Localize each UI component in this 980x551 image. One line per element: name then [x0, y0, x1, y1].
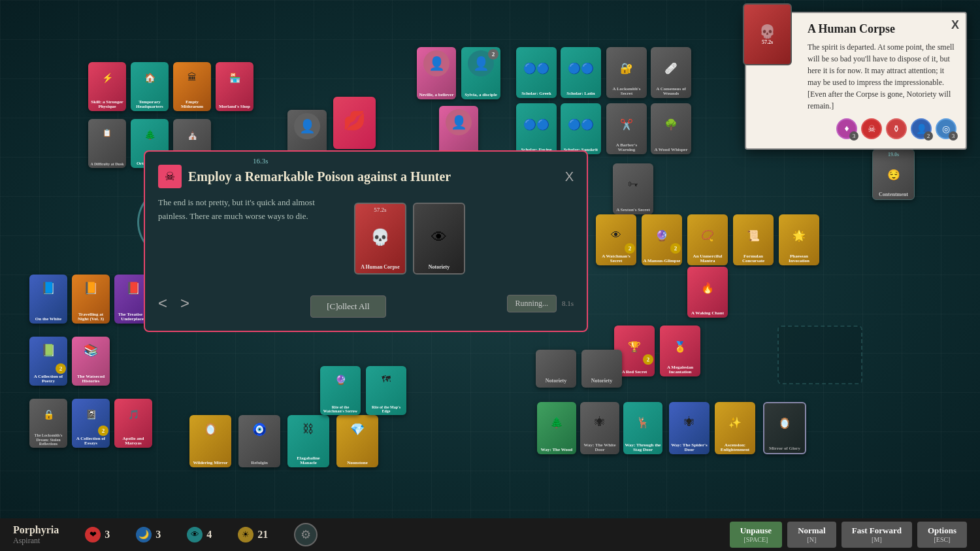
- tooltip-panel: 💀 57.2s X A Human Corpse The spirit is d…: [745, 12, 967, 150]
- card-sextons[interactable]: 🗝 A Sexton's Secret: [613, 163, 653, 214]
- card-ascension-label: Ascension: Enlightenment: [715, 443, 755, 453]
- card-sylvia-badge: 2: [488, 49, 498, 59]
- stat-funds-icon: ☀: [238, 527, 253, 543]
- modal-prev-button[interactable]: <: [158, 294, 167, 312]
- card-collection-poetry[interactable]: 📗 A Collection of Poetry 2: [29, 337, 67, 386]
- card-travelling[interactable]: 📙 Travelling at Night (Vol. 3): [72, 275, 110, 324]
- card-way-white[interactable]: 🕷 Way: The White Door: [580, 402, 619, 454]
- options-label: Options: [928, 526, 956, 536]
- card-notoriety1[interactable]: Notoriety: [536, 350, 576, 388]
- card-consensus-wounds[interactable]: 🩹 A Consensus of Wounds: [651, 47, 691, 98]
- tooltip-icon-passion-count: 3: [849, 131, 858, 141]
- stat-health-icon: ❤: [85, 527, 101, 543]
- card-lips[interactable]: 💋: [333, 97, 376, 149]
- card-waking-chant[interactable]: 🔥 A Waking Chant: [687, 267, 728, 318]
- tooltip-close-button[interactable]: X: [951, 18, 959, 32]
- card-elagabaline-label: Elagabaline Manacle: [287, 456, 329, 466]
- card-formulan[interactable]: 📜 Formulan Concursate: [733, 214, 774, 265]
- card-watchmans-secret-label: A Watchman's Secret: [596, 254, 636, 264]
- card-formulan-label: Formulan Concursate: [733, 254, 774, 264]
- card-scholar-fucine[interactable]: 🔵🔵 Scholar: Fucine: [516, 103, 557, 154]
- card-temp-hq-label: Temporary Headquarters: [131, 100, 169, 110]
- card-watsecod[interactable]: 📚 The Watsecod Histories: [72, 337, 110, 386]
- card-morlands[interactable]: 🏪 Morland's Shop: [216, 62, 253, 111]
- bottom-bar: Porphyria Aspirant ❤ 3 🌙 3 👁 4 ☀ 21 ⚙ Un…: [0, 518, 980, 551]
- card-locksmiths-dream[interactable]: 🔒 The Locksmith's Dream: Stolen Reflecti…: [29, 399, 67, 448]
- card-way-spider[interactable]: 🕷 Way: The Spider's Door: [669, 402, 710, 454]
- card-neville[interactable]: 👤 Neville, a believer: [417, 47, 456, 99]
- card-apollo[interactable]: 🎵 Apollo and Marsyas: [114, 399, 152, 448]
- card-megalesian[interactable]: 🏅 A Megalesian Incantation: [660, 326, 700, 376]
- normal-key: [N]: [807, 536, 816, 544]
- card-mirror-glory[interactable]: 🪞 Mirror of Glory: [763, 402, 806, 454]
- card-contentment[interactable]: 19.0s 😌 Contentment: [872, 149, 915, 200]
- card-skill[interactable]: ⚡ Skill: a Stronger Physique: [88, 62, 126, 111]
- fastforward-key: [M]: [872, 536, 882, 544]
- card-locksmiths-secret[interactable]: 🔐 A Locksmith's Secret: [606, 47, 647, 98]
- modal-close-button[interactable]: X: [565, 169, 574, 184]
- card-wood-whisper-label: A Wood Whisper: [651, 148, 691, 153]
- card-way-stag[interactable]: 🦌 Way: Through the Stag Door: [623, 402, 662, 454]
- card-notoriety2[interactable]: Notoriety: [581, 350, 622, 388]
- unpause-button[interactable]: Unpause [SPACE]: [730, 522, 782, 548]
- card-elagabaline[interactable]: ⛓ Elagabaline Manacle: [287, 415, 329, 467]
- normal-button[interactable]: Normal [N]: [787, 522, 836, 548]
- normal-label: Normal: [798, 526, 826, 536]
- card-scholar-latin[interactable]: 🔵🔵 Scholar: Latin: [561, 47, 601, 98]
- modal-card-notoriety[interactable]: 👁 Notoriety: [413, 203, 465, 275]
- card-rite-sorrow-label: Rite of the Watchman's Sorrow: [320, 405, 361, 414]
- card-noonstone[interactable]: 💎 Noonstone: [336, 415, 378, 467]
- stat-passion-group: 🌙 3: [136, 527, 161, 543]
- card-noonstone-label: Noonstone: [336, 461, 378, 466]
- card-way-wood[interactable]: 🌲 Way: The Wood: [537, 402, 576, 454]
- stat-funds-value: 21: [257, 529, 268, 541]
- card-refulgin[interactable]: 🧿 Refulgin: [238, 415, 280, 467]
- card-ascension[interactable]: ✨ Ascension: Enlightenment: [715, 402, 755, 454]
- card-notoriety1-label: Notoriety: [536, 378, 576, 384]
- card-wildering-label: Wildering Mirror: [189, 461, 231, 466]
- unpause-key: [SPACE]: [743, 536, 768, 544]
- card-phaesean[interactable]: 🌟 Phaesean Invocation: [779, 214, 819, 265]
- card-collection-essays-badge: 2: [98, 426, 108, 436]
- tooltip-icon-circle: ◎ 3: [936, 118, 956, 139]
- options-button[interactable]: Options [ESC]: [917, 522, 967, 548]
- modal-next-button[interactable]: >: [180, 294, 189, 312]
- card-on-white-label: On the White: [29, 317, 67, 322]
- card-difficult[interactable]: 📋 A Difficulty at Dusk: [88, 119, 126, 168]
- card-empty-mith[interactable]: 🏛 Empty Mithraeum: [173, 62, 211, 111]
- card-wildering[interactable]: 🪞 Wildering Mirror: [189, 415, 231, 467]
- fastforward-button[interactable]: Fast Forward [M]: [841, 522, 912, 548]
- card-rite-sorrow[interactable]: 🔮 Rite of the Watchman's Sorrow: [320, 366, 361, 415]
- card-travelling-label: Travelling at Night (Vol. 3): [72, 312, 110, 322]
- card-contentment-label: Contentment: [873, 192, 914, 198]
- legacy-icon[interactable]: ⚙: [294, 523, 318, 546]
- card-difficult-label: A Difficulty at Dusk: [88, 162, 126, 167]
- modal-collect-button[interactable]: [C]ollect All: [310, 295, 385, 318]
- card-mansus-glimpse-label: A Mansus-Glimpse: [642, 259, 682, 264]
- card-unmerciful-mantra[interactable]: 📿 An Unmerciful Mantra: [687, 214, 728, 265]
- card-watsecod-label: The Watsecod Histories: [72, 375, 110, 384]
- card-on-white[interactable]: 📘 On the White: [29, 275, 67, 324]
- card-temp-hq[interactable]: 🏠 Temporary Headquarters: [131, 62, 169, 111]
- card-wood-whisper[interactable]: 🌳 A Wood Whisper: [651, 103, 691, 154]
- card-scholar-sanskrit[interactable]: 🔵🔵 Scholar: Sanskrit: [561, 103, 601, 154]
- modal-card-corpse[interactable]: 57.2s 💀 A Human Corpse: [354, 203, 406, 275]
- card-scholar-greek[interactable]: 🔵🔵 Scholar: Greek: [516, 47, 557, 98]
- stat-reason-value: 4: [206, 529, 212, 541]
- card-way-stag-label: Way: Through the Stag Door: [623, 443, 662, 453]
- card-sylvia[interactable]: 👤 Sylvia, a disciple 2: [461, 47, 500, 99]
- card-collection-essays[interactable]: 📓 A Collection of Essays 2: [72, 399, 110, 448]
- card-barbers-warning[interactable]: ✂️ A Barber's Warning: [606, 103, 647, 154]
- modal-card-notoriety-label: Notoriety: [414, 264, 464, 271]
- card-megalesian-label: A Megalesian Incantation: [660, 365, 700, 375]
- card-watchmans-secret[interactable]: 👁 A Watchman's Secret 2: [596, 214, 636, 265]
- options-key: [ESC]: [934, 536, 950, 544]
- modal-dialog: ☠ Employ a Remarkable Poison against a H…: [144, 150, 588, 332]
- card-sylvia-label: Sylvia, a disciple: [461, 93, 500, 98]
- card-mansus-glimpse[interactable]: 🔮 A Mansus-Glimpse 2: [642, 214, 682, 265]
- card-consensus-wounds-label: A Consensus of Wounds: [651, 87, 691, 97]
- card-refulgin-label: Refulgin: [238, 461, 280, 466]
- card-rite-edge[interactable]: 🗺 Rite of the Map's Edge: [366, 366, 406, 415]
- modal-header: ☠ Employ a Remarkable Poison against a H…: [158, 165, 574, 188]
- stat-health-group: ❤ 3: [85, 527, 110, 543]
